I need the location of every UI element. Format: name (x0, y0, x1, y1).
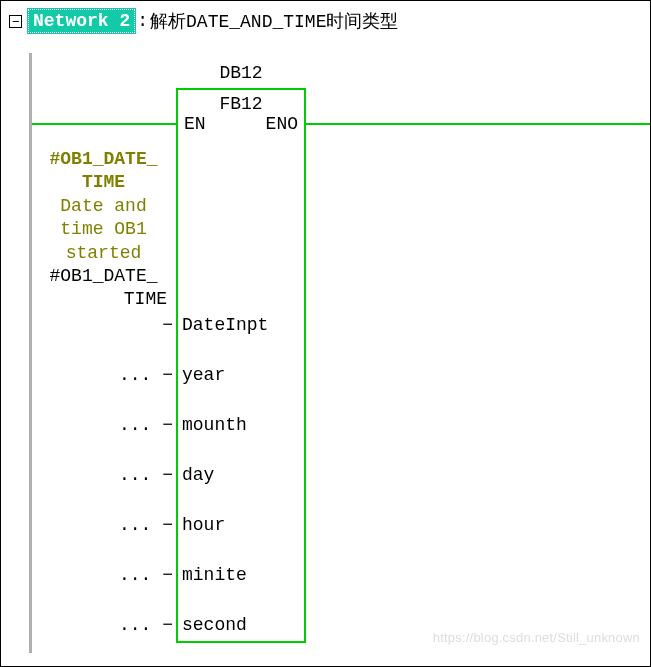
port-dateinpt: DateInpt (182, 315, 268, 335)
actual-param-line1: #OB1_DATE_ (36, 265, 171, 288)
rung-wire-left (32, 123, 176, 125)
port-connector-hour: ... − (111, 515, 173, 535)
symbol-name-line2: TIME (36, 171, 171, 194)
actual-param-line2: TIME (36, 288, 171, 311)
collapse-icon[interactable]: − (9, 15, 22, 28)
port-hour: hour (182, 515, 225, 535)
network-title-colon: : (137, 11, 148, 31)
port-second: second (182, 615, 247, 635)
input-parameter-comment: #OB1_DATE_ TIME Date and time OB1 starte… (36, 148, 171, 312)
db-instance-label: DB12 (176, 63, 306, 83)
port-connector-year: ... − (111, 365, 173, 385)
port-connector-dateinpt: − (111, 315, 173, 335)
symbol-name-line1: #OB1_DATE_ (36, 148, 171, 171)
ladder-diagram: DB12 FB12 EN ENO #OB1_DATE_ TIME Date an… (1, 53, 650, 653)
fb-name: FB12 (178, 90, 304, 114)
en-label: EN (184, 114, 206, 134)
symbol-desc-line2: time OB1 (36, 218, 171, 241)
port-minite: minite (182, 565, 247, 585)
port-mounth: mounth (182, 415, 247, 435)
port-connector-second: ... − (111, 615, 173, 635)
port-year: year (182, 365, 225, 385)
eno-label: ENO (266, 114, 298, 134)
watermark: https://blog.csdn.net/Still_unknown (433, 630, 640, 645)
network-title-row: − Network 2 : 解析DATE_AND_TIME时间类型 (1, 1, 650, 53)
port-day: day (182, 465, 214, 485)
network-label[interactable]: Network 2 (28, 9, 135, 33)
rung-wire-right (306, 123, 650, 125)
symbol-desc-line3: started (36, 242, 171, 265)
symbol-desc-line1: Date and (36, 195, 171, 218)
port-connector-mounth: ... − (111, 415, 173, 435)
port-connector-minite: ... − (111, 565, 173, 585)
left-rail (29, 53, 32, 653)
network-title-text: 解析DATE_AND_TIME时间类型 (150, 9, 398, 33)
port-connector-day: ... − (111, 465, 173, 485)
